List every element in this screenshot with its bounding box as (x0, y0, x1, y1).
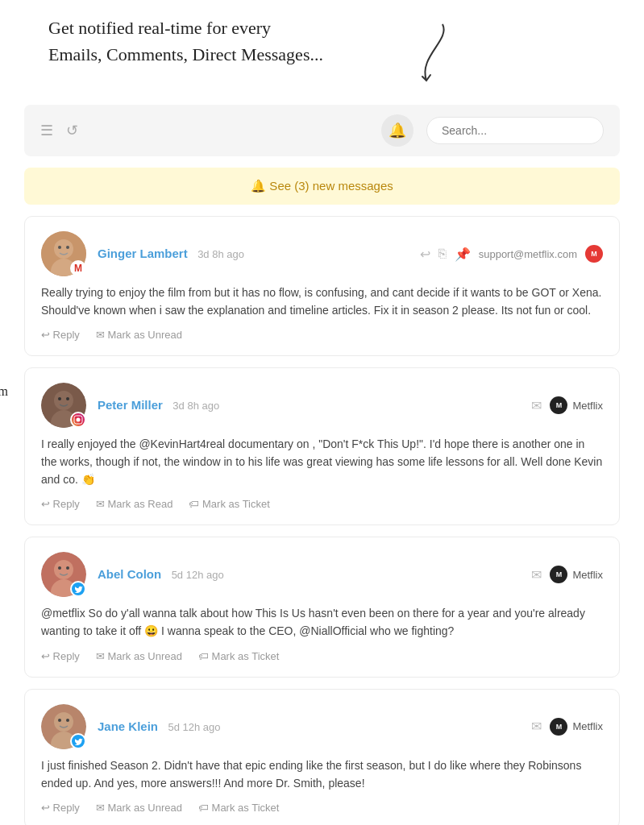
svg-point-13 (54, 560, 73, 579)
avatar-wrapper: M (41, 231, 86, 276)
svg-point-3 (58, 246, 61, 249)
svg-point-6 (54, 391, 73, 410)
message-meta: Ginger Lambert 3d 8h ago (98, 247, 420, 261)
annotation-line1: Get notified real-time for every (48, 18, 271, 38)
source-badge: M Metflix (550, 566, 603, 583)
copy-icon[interactable]: ⎘ (438, 247, 447, 261)
banner-text: 🔔 See (3) new messages (251, 179, 393, 193)
svg-point-21 (66, 719, 69, 722)
svg-point-4 (66, 246, 69, 249)
message-actions: ↩ Reply ✉ Mark as Unread (41, 329, 603, 341)
message-meta: Jane Klein 5d 12h ago (98, 719, 531, 734)
refresh-icon[interactable]: ↺ (66, 122, 78, 139)
message-actions: ↩ Reply ✉ Mark as Unread 🏷 Mark as Ticke… (41, 650, 603, 662)
avatar-wrapper (41, 383, 86, 428)
avatar-wrapper (41, 704, 86, 749)
message-header: M Ginger Lambert 3d 8h ago ↩ ⎘ 📌 support… (41, 231, 603, 276)
sender-name: Peter Miller (98, 398, 163, 412)
email-icon[interactable]: ✉ (531, 567, 542, 582)
time-ago: 5d 12h ago (168, 721, 220, 733)
source-dot: M (550, 718, 567, 736)
sender-name: Ginger Lambert (98, 247, 188, 260)
reply-button[interactable]: ↩ Reply (41, 650, 80, 662)
instagram-badge (70, 412, 86, 428)
message-right: ✉ M Metflix (531, 718, 603, 736)
time-ago: 5d 12h ago (172, 569, 224, 581)
reply-button[interactable]: ↩ Reply (41, 498, 80, 510)
search-input[interactable] (426, 117, 604, 144)
message-header: Abel Colon 5d 12h ago ✉ M Metflix (41, 552, 603, 597)
source-label: support@metflix.com (479, 248, 577, 260)
pin-icon[interactable]: 📌 (455, 247, 471, 262)
message-body: Really trying to enjoy the film from but… (41, 284, 603, 319)
messages-container: Gmail M Ginger Lambert (24, 216, 620, 825)
message-header: Jane Klein 5d 12h ago ✉ M Metflix (41, 704, 603, 749)
email-icon[interactable]: ✉ (531, 398, 542, 413)
annotation-area: Get notified real-time for every Emails,… (0, 0, 644, 105)
message-right: ↩ ⎘ 📌 support@metflix.com M (420, 245, 603, 263)
message-meta: Peter Miller 3d 8h ago (98, 398, 531, 412)
time-ago: 3d 8h ago (172, 400, 219, 412)
message-card: InstagramDirect (24, 367, 620, 525)
mark-ticket-button[interactable]: 🏷 Mark as Ticket (198, 650, 279, 662)
svg-point-18 (54, 712, 73, 732)
mark-unread-button[interactable]: ✉ Mark as Unread (96, 802, 182, 814)
mark-unread-button[interactable]: ✉ Mark as Unread (96, 650, 182, 662)
notification-button[interactable]: 🔔 (381, 114, 413, 147)
source-dot: M (585, 245, 603, 263)
svg-point-15 (58, 566, 61, 570)
message-header: Peter Miller 3d 8h ago ✉ M Metflix (41, 383, 603, 428)
twitter-badge (70, 733, 86, 749)
reply-icon[interactable]: ↩ (420, 247, 430, 262)
avatar-wrapper (41, 552, 86, 597)
svg-point-16 (66, 566, 69, 570)
reply-button[interactable]: ↩ Reply (41, 802, 80, 814)
list-icon[interactable]: ☰ (40, 122, 53, 139)
new-messages-banner[interactable]: 🔔 See (3) new messages (24, 168, 620, 205)
svg-point-8 (58, 397, 61, 400)
source-dot: M (550, 566, 567, 583)
message-right: ✉ M Metflix (531, 396, 603, 414)
message-right: ✉ M Metflix (531, 566, 603, 583)
svg-point-9 (66, 397, 69, 400)
mark-read-button[interactable]: ✉ Mark as Read (96, 498, 173, 510)
reply-button[interactable]: ↩ Reply (41, 329, 80, 341)
source-dot: M (550, 396, 567, 414)
message-card: Gmail M Ginger Lambert (24, 216, 620, 356)
message-actions: ↩ Reply ✉ Mark as Unread 🏷 Mark as Ticke… (41, 802, 603, 814)
message-actions: ↩ Reply ✉ Mark as Read 🏷 Mark as Ticket (41, 498, 603, 510)
annotation-text: Get notified real-time for every Emails,… (48, 15, 620, 68)
sender-name: Jane Klein (98, 719, 158, 733)
source-label: Metflix (572, 720, 603, 732)
bell-icon: 🔔 (388, 122, 406, 139)
message-body: @metflix So do y'all wanna talk about ho… (41, 605, 603, 640)
mark-unread-button[interactable]: ✉ Mark as Unread (96, 329, 182, 341)
message-card: Jane Klein 5d 12h ago ✉ M Metflix I just… (24, 689, 620, 825)
time-ago: 3d 8h ago (197, 248, 244, 260)
annotation-line2: Emails, Comments, Direct Messages... (48, 44, 323, 64)
mark-ticket-button[interactable]: 🏷 Mark as Ticket (189, 498, 269, 510)
message-card: TwitterMention (24, 537, 620, 677)
instagram-label: InstagramDirect (0, 384, 8, 413)
svg-point-10 (77, 418, 81, 422)
source-label: Metflix (572, 400, 603, 412)
email-icon[interactable]: ✉ (531, 719, 542, 734)
source-badge: M Metflix (550, 396, 603, 414)
message-body: I just finished Season 2. Didn't have th… (41, 757, 603, 792)
message-meta: Abel Colon 5d 12h ago (98, 567, 531, 582)
svg-point-1 (54, 239, 73, 259)
mark-ticket-button[interactable]: 🏷 Mark as Ticket (198, 802, 279, 814)
source-label: Metflix (572, 569, 603, 581)
twitter-badge (70, 581, 86, 597)
svg-point-20 (58, 719, 61, 722)
message-body: I really enjoyed the @KevinHart4real doc… (41, 436, 603, 488)
arrow-decoration (394, 16, 459, 97)
source-badge: M Metflix (550, 718, 603, 736)
toolbar: ☰ ↺ 🔔 (24, 105, 620, 156)
gmail-badge: M (70, 260, 86, 276)
sender-name: Abel Colon (98, 567, 161, 581)
